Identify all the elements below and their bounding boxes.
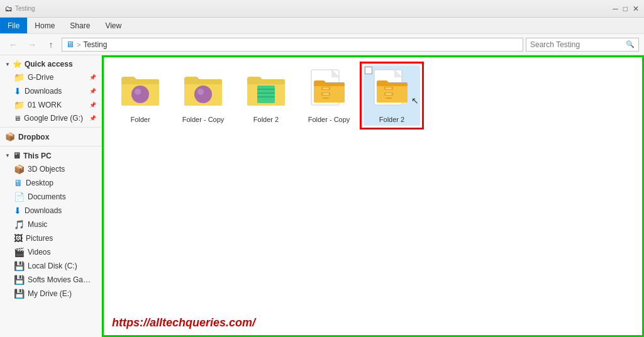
forward-button[interactable]: →: [24, 38, 40, 52]
file-item-folder-label: Folder: [130, 116, 150, 123]
music-label: Music: [28, 220, 47, 229]
toolbar: ← → ↑ 🖥 > Testing 🔍: [0, 34, 644, 55]
3dobjects-icon: 📦: [14, 164, 25, 174]
downloads-pc-icon: ⬇: [14, 206, 21, 216]
folder-icon-2: [180, 68, 226, 113]
sidebar-item-downloads-quick[interactable]: ⬇ Downloads 📌: [0, 84, 101, 98]
dropbox-label: Dropbox: [18, 133, 49, 141]
sidebar-item-desktop[interactable]: 🖥 Desktop: [0, 176, 101, 190]
share-menu[interactable]: Share: [62, 18, 97, 33]
googledrive-label: Google Drive (G:): [24, 114, 83, 123]
address-bar[interactable]: 🖥 > Testing: [62, 38, 523, 52]
downloads-pc-label: Downloads: [25, 206, 62, 215]
mydrive-icon: 💾: [14, 289, 25, 299]
title-bar-title: Testing: [15, 5, 35, 12]
pictures-label: Pictures: [26, 234, 53, 243]
file-item-folder-copy[interactable]: Folder - Copy: [175, 65, 231, 126]
pin-icon-gdrive: 📌: [89, 74, 96, 80]
sidebar-item-work[interactable]: 📁 01 WORK 📌: [0, 98, 101, 112]
gdrive-label: G-Drive: [28, 73, 53, 82]
sidebar-divider-1: [0, 127, 101, 128]
file-item-folder[interactable]: Folder: [112, 65, 169, 126]
maximize-button[interactable]: □: [623, 4, 628, 13]
mydrive-label: My Drive (E:): [28, 289, 72, 298]
sidebar-item-music[interactable]: 🎵 Music: [0, 218, 101, 231]
quick-access-header[interactable]: ▼ ⭐ Quick access: [0, 58, 101, 70]
content-area: Folder Folder - Copy: [102, 55, 644, 337]
svg-point-2: [194, 86, 212, 103]
pin-icon-downloads: 📌: [89, 88, 96, 94]
search-input[interactable]: [530, 40, 626, 49]
desktop-label: Desktop: [26, 179, 53, 187]
item-checkbox: [365, 67, 372, 74]
svg-rect-4: [257, 86, 275, 103]
downloads-icon: ⬇: [14, 86, 21, 96]
quick-access-label: Quick access: [25, 60, 73, 69]
svg-point-3: [197, 89, 204, 95]
sidebar-item-3dobjects[interactable]: 📦 3D Objects: [0, 162, 101, 176]
address-separator: >: [77, 41, 80, 48]
documents-label: Documents: [28, 192, 66, 201]
view-menu[interactable]: View: [97, 18, 129, 33]
svg-rect-14: [323, 87, 329, 89]
sidebar-item-gdrive[interactable]: 📁 G-Drive 📌: [0, 70, 101, 84]
svg-rect-21: [386, 97, 392, 99]
this-pc-icon: 🖥: [13, 151, 21, 160]
file-item-winzip-selected[interactable]: ↖ Folder 2: [364, 65, 420, 126]
localc-icon: 💾: [14, 261, 25, 271]
folder-icon-3: [243, 68, 289, 113]
sidebar-item-mydrive[interactable]: 💾 My Drive (E:): [0, 287, 101, 301]
desktop-icon: 🖥: [14, 178, 23, 188]
localc-label: Local Disk (C:): [28, 262, 77, 270]
minimize-button[interactable]: ─: [613, 4, 618, 13]
search-icon: 🔍: [626, 40, 635, 48]
sidebar-item-downloads[interactable]: ⬇ Downloads: [0, 204, 101, 218]
window-controls: ─ □ ✕: [613, 4, 639, 13]
googledrive-icon: 🖥: [14, 114, 21, 122]
sidebar-item-softs[interactable]: 💾 Softs Movies Games: [0, 273, 101, 287]
file-item-winzip-copy-label: Folder - Copy: [308, 116, 350, 123]
3dobjects-label: 3D Objects: [28, 165, 65, 174]
computer-icon: 🖥: [66, 40, 74, 49]
title-bar: 🗂 Testing ─ □ ✕: [0, 0, 644, 18]
sidebar-item-googledrive[interactable]: 🖥 Google Drive (G:) 📌: [0, 112, 101, 124]
file-item-folder2-label: Folder 2: [253, 116, 279, 123]
work-icon: 📁: [14, 100, 25, 110]
this-pc-header[interactable]: ▼ 🖥 This PC: [0, 149, 101, 162]
svg-rect-12: [323, 97, 329, 99]
softs-label: Softs Movies Games: [28, 275, 96, 284]
url-text: https://alltechqueries.com/: [112, 316, 255, 329]
file-menu[interactable]: File: [0, 18, 27, 33]
sidebar-item-videos[interactable]: 🎬 Videos: [0, 245, 101, 259]
home-menu[interactable]: Home: [27, 18, 62, 33]
back-button[interactable]: ←: [5, 38, 21, 52]
quick-access-icon: ⭐: [13, 60, 22, 69]
file-grid: Folder Folder - Copy: [102, 55, 644, 136]
this-pc-label: This PC: [23, 152, 52, 160]
menu-bar: File Home Share View: [0, 18, 644, 34]
this-pc-chevron: ▼: [5, 153, 10, 158]
close-button[interactable]: ✕: [633, 4, 639, 13]
up-button[interactable]: ↑: [43, 38, 59, 52]
folder-icon-1: [118, 68, 163, 113]
svg-point-1: [135, 89, 141, 95]
search-bar[interactable]: 🔍: [526, 38, 639, 52]
cursor-icon: ↖: [411, 96, 419, 106]
gdrive-icon: 📁: [14, 72, 25, 82]
address-path: Testing: [83, 40, 107, 49]
pictures-icon: 🖼: [14, 233, 23, 243]
sidebar: ▼ ⭐ Quick access 📁 G-Drive 📌 ⬇ Downloads…: [0, 55, 102, 337]
pin-icon-googledrive: 📌: [89, 115, 96, 121]
dropbox-icon: 📦: [5, 132, 15, 141]
svg-rect-23: [386, 87, 392, 89]
file-item-folder2[interactable]: Folder 2: [238, 65, 294, 126]
winzip-icon-selected: [369, 68, 414, 113]
file-item-winzip-copy[interactable]: Folder - Copy: [301, 65, 357, 126]
music-icon: 🎵: [14, 219, 25, 229]
sidebar-item-documents[interactable]: 📄 Documents: [0, 190, 101, 204]
softs-icon: 💾: [14, 275, 25, 285]
svg-point-0: [131, 86, 149, 103]
sidebar-item-localc[interactable]: 💾 Local Disk (C:): [0, 259, 101, 273]
dropbox-header[interactable]: 📦 Dropbox: [0, 130, 101, 143]
sidebar-item-pictures[interactable]: 🖼 Pictures: [0, 231, 101, 245]
